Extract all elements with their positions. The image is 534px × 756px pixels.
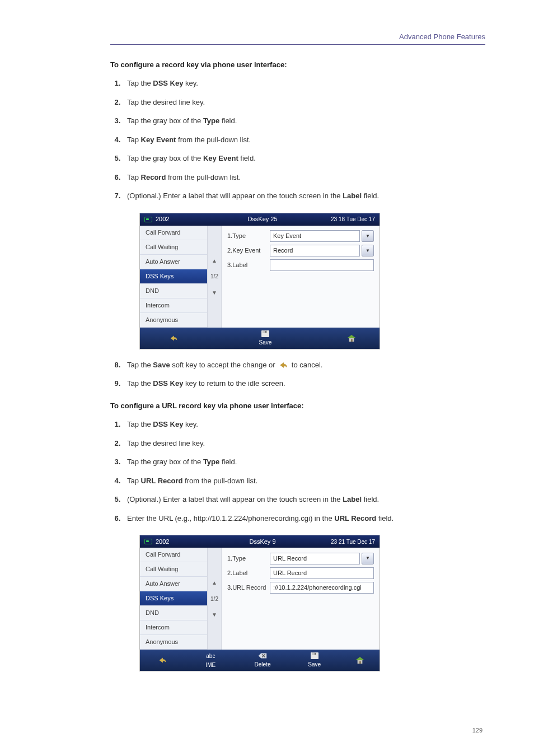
menu-item-anonymous[interactable]: Anonymous — [140, 313, 207, 328]
step: Tap the desired line key. — [123, 97, 485, 108]
back-softkey[interactable] — [140, 328, 207, 349]
step: Tap the DSS Key key. — [123, 78, 485, 89]
form-row-type: 1.Type Key Event ▼ — [227, 229, 374, 244]
field-label: 2.Label — [227, 568, 270, 578]
form-row-url-record: 3.URL Record ://10.1.2.224/phonerecordin… — [227, 580, 374, 595]
step: Tap the DSS Key key to return to the idl… — [123, 378, 485, 389]
page-down-button[interactable]: ▼ — [212, 283, 217, 328]
url-record-input[interactable]: ://10.1.2.224/phonerecording.cgi — [270, 582, 374, 594]
account-number: 2002 — [156, 214, 169, 224]
form-row-label: 2.Label URL Record — [227, 566, 374, 580]
svg-rect-9 — [359, 661, 361, 664]
svg-rect-7 — [315, 653, 316, 655]
home-icon — [346, 334, 357, 342]
page-number: 129 — [472, 727, 483, 734]
phone-screenshot-1: 2002 DssKey 25 23 18 Tue Dec 17 Call For… — [139, 213, 380, 349]
page-up-button[interactable]: ▲ — [212, 548, 217, 592]
settings-form: 1.Type URL Record ▼ 2.Label URL Record 3… — [222, 548, 380, 650]
menu-item-intercom[interactable]: Intercom — [140, 298, 207, 313]
back-softkey[interactable] — [140, 650, 185, 671]
softkey-bar: abc IME Delete Save — [140, 650, 380, 671]
type-field[interactable]: Key Event — [270, 230, 360, 242]
field-label: 2.Key Event — [227, 246, 270, 255]
save-softkey-label: Save — [308, 660, 321, 669]
ime-softkey-sublabel: IME — [205, 661, 216, 669]
phone-screenshot-2: 2002 DssKey 9 23 21 Tue Dec 17 Call Forw… — [139, 535, 380, 671]
step: Tap Key Event from the pull-down list. — [123, 134, 485, 146]
menu-item-call-forward[interactable]: Call Forward — [140, 226, 207, 240]
settings-form: 1.Type Key Event ▼ 2.Key Event Record ▼ … — [222, 226, 380, 328]
step: Tap Record from the pull-down list. — [123, 172, 485, 183]
form-row-key-event: 2.Key Event Record ▼ — [227, 244, 374, 258]
home-icon — [355, 656, 365, 664]
section-header: Advanced Phone Features — [110, 31, 485, 45]
phone-status-bar: 2002 DssKey 9 23 21 Tue Dec 17 — [140, 535, 380, 548]
page-up-button[interactable]: ▲ — [212, 226, 217, 270]
ime-softkey-label: abc — [206, 652, 215, 660]
menu-item-call-waiting[interactable]: Call Waiting — [140, 562, 207, 577]
back-icon — [279, 361, 288, 369]
page-indicator: 1/2 — [210, 270, 218, 283]
ime-softkey[interactable]: abc IME — [185, 650, 237, 671]
section-title: To configure a record key via phone user… — [110, 59, 485, 71]
type-field[interactable]: URL Record — [270, 553, 360, 564]
menu-item-intercom[interactable]: Intercom — [140, 620, 207, 635]
save-icon — [260, 330, 270, 338]
dropdown-icon[interactable]: ▼ — [362, 245, 374, 256]
save-softkey-label: Save — [259, 338, 272, 347]
dropdown-icon[interactable]: ▼ — [362, 230, 374, 242]
pager: ▲ 1/2 ▼ — [207, 226, 222, 328]
menu-item-anonymous[interactable]: Anonymous — [140, 635, 207, 650]
step: Tap URL Record from the pull-down list. — [123, 475, 485, 487]
menu-item-call-forward[interactable]: Call Forward — [140, 548, 207, 562]
steps-list-1b: Tap the Save soft key to accept the chan… — [110, 360, 485, 389]
svg-rect-2 — [265, 331, 266, 333]
step: Tap the gray box of the Key Event field. — [123, 153, 485, 164]
menu-item-dss-keys[interactable]: DSS Keys — [140, 591, 207, 606]
label-input[interactable] — [270, 259, 374, 271]
phone-status-bar: 2002 DssKey 25 23 18 Tue Dec 17 — [140, 213, 380, 226]
menu-item-dnd[interactable]: DND — [140, 284, 207, 298]
steps-list-1: Tap the DSS Key key. Tap the desired lin… — [110, 78, 485, 202]
side-menu: Call Forward Call Waiting Auto Answer DS… — [140, 226, 207, 328]
save-icon — [310, 652, 320, 660]
screen-title: DssKey 25 — [212, 214, 313, 224]
home-softkey[interactable] — [340, 650, 380, 671]
menu-item-dss-keys[interactable]: DSS Keys — [140, 269, 207, 284]
step: Tap the DSS Key key. — [123, 419, 485, 430]
softkey-bar: Save — [140, 328, 380, 349]
menu-item-auto-answer[interactable]: Auto Answer — [140, 255, 207, 269]
pager: ▲ 1/2 ▼ — [207, 548, 222, 650]
page-down-button[interactable]: ▼ — [212, 605, 217, 650]
home-softkey[interactable] — [324, 328, 380, 349]
step: Tap the desired line key. — [123, 438, 485, 449]
clock: 23 18 Tue Dec 17 — [313, 215, 375, 223]
dropdown-icon[interactable]: ▼ — [362, 553, 374, 564]
menu-item-dnd[interactable]: DND — [140, 606, 207, 620]
delete-softkey-label: Delete — [255, 660, 271, 669]
section-title: To configure a URL record key via phone … — [110, 400, 485, 412]
step: Enter the URL (e.g., http://10.1.2.224/p… — [123, 513, 485, 524]
svg-rect-4 — [351, 339, 353, 341]
delete-softkey[interactable]: Delete — [237, 650, 289, 671]
line-status-icon — [144, 217, 152, 222]
step: Tap the gray box of the Type field. — [123, 115, 485, 127]
save-softkey[interactable]: Save — [288, 650, 340, 671]
label-input[interactable]: URL Record — [270, 567, 374, 579]
step: Tap the gray box of the Type field. — [123, 456, 485, 468]
steps-list-2: Tap the DSS Key key. Tap the desired lin… — [110, 419, 485, 524]
step: (Optional.) Enter a label that will appe… — [123, 494, 485, 505]
form-row-label: 3.Label — [227, 258, 374, 273]
account-indicator: 2002 — [144, 214, 212, 224]
menu-item-call-waiting[interactable]: Call Waiting — [140, 240, 207, 255]
account-number: 2002 — [156, 537, 169, 547]
line-status-icon — [144, 539, 152, 544]
field-label: 3.URL Record — [227, 583, 270, 592]
key-event-field[interactable]: Record — [270, 245, 360, 256]
account-indicator: 2002 — [144, 537, 212, 547]
clock: 23 21 Tue Dec 17 — [313, 538, 375, 546]
menu-item-auto-answer[interactable]: Auto Answer — [140, 577, 207, 591]
save-softkey[interactable]: Save — [207, 328, 324, 349]
page-indicator: 1/2 — [210, 592, 218, 605]
field-label: 1.Type — [227, 231, 270, 241]
